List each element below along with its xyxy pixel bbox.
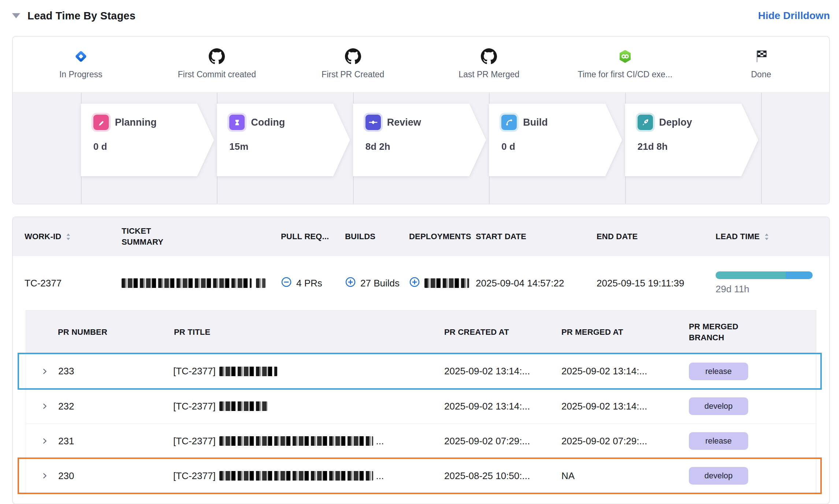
pr-number: 231 [58, 436, 74, 447]
column-header-deployments: DEPLOYMENTS [409, 231, 476, 242]
column-header-ticket-summary: TICKET SUMMARY [122, 226, 281, 247]
stage-name: Coding [251, 117, 285, 128]
pr-title-cell: [TC-2377] [173, 401, 444, 412]
milestone-first-pr: First PR Created [285, 37, 421, 92]
redacted-text [424, 278, 469, 288]
pr-number: 230 [58, 470, 74, 482]
github-icon [209, 48, 225, 65]
pr-row-230[interactable]: 230 [TC-2377] ... 2025-08-25 10:50:... N… [26, 458, 816, 493]
planning-icon [93, 115, 109, 130]
stage-chevron-deploy[interactable]: Deploy 21d 8h [625, 104, 758, 176]
column-header-end-date: END DATE [597, 231, 716, 242]
stage-name: Deploy [659, 117, 692, 128]
pr-row-231[interactable]: 231 [TC-2377] ... 2025-09-02 07:29:... 2… [26, 423, 816, 458]
work-id-cell: TC-2377 [25, 278, 122, 289]
stage-name: Build [523, 117, 548, 128]
stage-chevron-planning[interactable]: Planning 0 d [81, 104, 214, 176]
branch-badge: develop [689, 397, 748, 415]
hourglass-icon [229, 115, 245, 130]
stage-chevron-build[interactable]: Build 0 d [489, 104, 622, 176]
column-header-pr-merged-branch: PR MERGED BRANCH [677, 321, 816, 343]
sort-icon[interactable] [64, 232, 73, 241]
chevron-right-icon[interactable] [41, 402, 49, 410]
pull-request-icon [365, 115, 381, 130]
pr-table-header: PR NUMBER PR TITLE PR CREATED AT PR MERG… [26, 311, 816, 354]
milestone-label: Time for first CI/CD exe... [578, 70, 672, 79]
plus-circle-icon [409, 277, 420, 290]
commit-graph-icon [501, 115, 517, 130]
pr-row-233[interactable]: 233 [TC-2377] 2025-09-02 13:14:... 2025-… [26, 354, 816, 389]
lead-time-value: 29d 11h [716, 284, 817, 295]
milestone-cicd: Time for first CI/CD exe... [557, 37, 693, 92]
column-header-lead-time: LEAD TIME [716, 231, 817, 242]
column-header-work-id: WORK-ID [25, 231, 122, 242]
expand-builds-button[interactable]: 27 Builds [345, 277, 409, 290]
chevron-right-icon[interactable] [41, 472, 49, 480]
section-header: Lead Time By Stages Hide Drilldown [12, 5, 830, 26]
chevron-right-icon[interactable] [41, 437, 49, 445]
milestone-first-commit: First Commit created [149, 37, 285, 92]
pr-number: 232 [58, 401, 74, 412]
hide-drilldown-link[interactable]: Hide Drilldown [758, 10, 830, 22]
sort-icon[interactable] [762, 232, 771, 241]
pr-merged-at: 2025-09-02 07:29:... [561, 436, 677, 447]
pr-title-cell: [TC-2377] ... [173, 436, 444, 447]
redacted-text [256, 278, 266, 288]
milestones-row: In Progress First Commit created First P… [13, 37, 829, 92]
milestone-last-pr-merged: Last PR Merged [421, 37, 557, 92]
stage-chevron-review[interactable]: Review 8d 2h [353, 104, 486, 176]
column-header-pr-title: PR TITLE [173, 327, 444, 338]
chevron-right-icon[interactable] [41, 367, 49, 375]
stage-duration: 15m [229, 141, 350, 152]
milestone-in-progress: In Progress [13, 37, 149, 92]
expand-deployments-button[interactable] [409, 277, 476, 290]
redacted-text [219, 401, 268, 411]
collapse-pull-requests-button[interactable]: 4 PRs [281, 277, 345, 290]
redacted-text [219, 367, 277, 376]
column-header-pr-created-at: PR CREATED AT [444, 327, 561, 338]
pr-merged-at: 2025-09-02 13:14:... [561, 366, 677, 377]
work-items-table: WORK-ID TICKET SUMMARY PULL REQ... BUILD… [12, 216, 830, 504]
page-title: Lead Time By Stages [27, 10, 135, 22]
pr-created-at: 2025-09-02 13:14:... [444, 366, 561, 377]
stage-duration: 0 d [93, 141, 214, 152]
minus-circle-icon [281, 277, 292, 290]
milestone-label: First PR Created [322, 70, 384, 79]
stage-chevron-coding[interactable]: Coding 15m [217, 104, 350, 176]
milestone-label: First Commit created [178, 70, 256, 79]
pr-row-232[interactable]: 232 [TC-2377] 2025-09-02 13:14:... 2025-… [26, 389, 816, 423]
github-icon [481, 48, 497, 65]
branch-badge: develop [689, 467, 748, 485]
stage-duration: 21d 8h [638, 141, 758, 152]
jira-icon [73, 48, 89, 65]
end-date-cell: 2025-09-15 19:11:39 [597, 278, 716, 289]
stage-name: Planning [115, 117, 157, 128]
column-header-pull-requests: PULL REQ... [281, 231, 345, 242]
collapse-section-icon[interactable] [12, 13, 20, 18]
stages-panel: In Progress First Commit created First P… [12, 36, 830, 204]
lead-time-bar [716, 271, 813, 279]
milestone-label: Done [751, 70, 771, 79]
pr-merged-at: 2025-09-02 13:14:... [561, 401, 677, 412]
branch-badge: release [689, 432, 748, 450]
start-date-cell: 2025-09-04 14:57:22 [476, 278, 597, 289]
column-header-pr-number: PR NUMBER [26, 327, 173, 338]
stages-band: Planning 0 d Coding 15m [13, 92, 829, 204]
lead-time-cell: 29d 11h [716, 271, 817, 295]
lead-bar-coding-segment [716, 271, 786, 279]
pr-created-at: 2025-09-02 07:29:... [444, 436, 561, 447]
plus-circle-icon [345, 277, 356, 290]
milestone-label: In Progress [59, 70, 103, 79]
ticket-summary-cell [122, 278, 281, 288]
redacted-text [219, 471, 373, 481]
milestone-label: Last PR Merged [459, 70, 519, 79]
column-header-start-date: START DATE [476, 231, 597, 242]
stage-duration: 8d 2h [365, 141, 486, 152]
redacted-text [219, 436, 373, 446]
milestone-guide-line [761, 93, 762, 204]
redacted-text [122, 278, 252, 288]
pr-title-cell: [TC-2377] ... [173, 470, 444, 482]
column-header-pr-merged-at: PR MERGED AT [561, 327, 677, 338]
pr-table: PR NUMBER PR TITLE PR CREATED AT PR MERG… [26, 310, 816, 493]
work-table-header: WORK-ID TICKET SUMMARY PULL REQ... BUILD… [13, 217, 829, 256]
